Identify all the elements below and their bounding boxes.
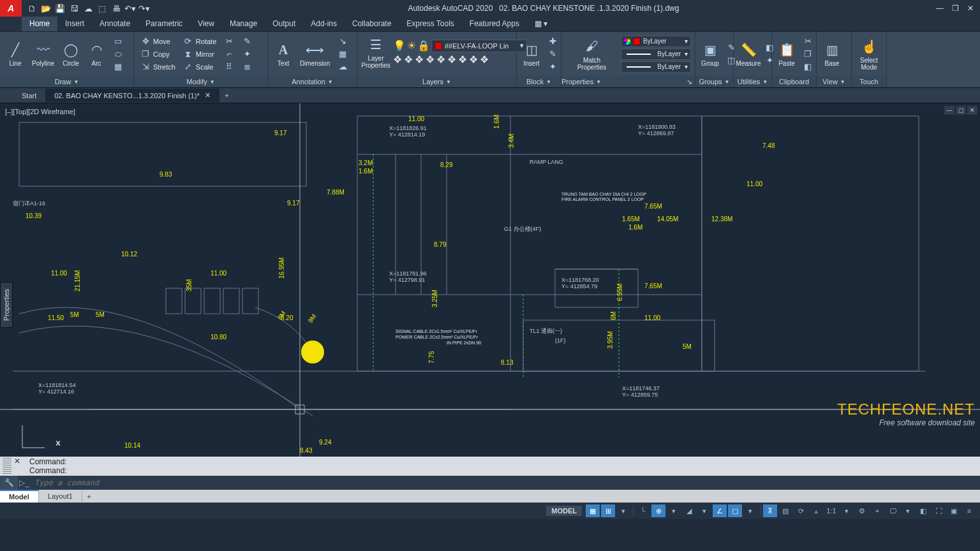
layer-tool6-icon[interactable]: ❖ (447, 54, 456, 66)
open-icon[interactable]: 📂 (40, 2, 52, 15)
mirror-button[interactable]: ⧗Mirror (181, 48, 219, 61)
polar-menu-icon[interactable]: ▾ (667, 504, 681, 517)
tab-output[interactable]: Output (265, 17, 303, 31)
match-properties-button[interactable]: 🖌Match Properties (565, 36, 618, 72)
panel-block-title[interactable]: Block▼ (517, 76, 561, 87)
erase-icon[interactable]: ✎ (239, 35, 255, 48)
panel-annotation-title[interactable]: Annotation▼ (268, 76, 357, 87)
tab-annotate[interactable]: Annotate (92, 17, 138, 31)
tab-addins[interactable]: Add-ins (303, 17, 345, 31)
tab-home[interactable]: Home (22, 17, 57, 31)
rectangle-icon[interactable]: ▭ (110, 35, 126, 48)
layer-tool7-icon[interactable]: ❖ (458, 54, 467, 66)
explode-icon[interactable]: ✦ (239, 48, 255, 61)
scale-label[interactable]: 1:1 (824, 504, 838, 517)
insert-block-button[interactable]: ◫Insert (521, 40, 542, 68)
layer-properties-button[interactable]: ☰Layer Properties (361, 34, 390, 70)
color-combo[interactable]: ByLayer▾ (621, 36, 691, 47)
isodraft-icon[interactable]: ◢ (682, 504, 696, 517)
copy-clip-icon[interactable]: ❐ (800, 48, 815, 61)
tab-collaborate[interactable]: Collaborate (345, 17, 399, 31)
panel-layers-title[interactable]: Layers▼ (357, 76, 516, 87)
cloud-open-icon[interactable]: ☁ (82, 2, 94, 15)
polar-icon[interactable]: ⊕ (651, 504, 665, 517)
snap-icon[interactable]: ⊞ (601, 504, 615, 517)
layer-tool1-icon[interactable]: ❖ (393, 54, 402, 66)
move-button[interactable]: ✥Move (138, 35, 178, 48)
file-tab-close-icon[interactable]: ✕ (205, 91, 211, 99)
tab-overflow-icon[interactable]: ▦ ▾ (527, 17, 555, 31)
otrack-icon[interactable]: ▢ (728, 504, 742, 517)
circle-button[interactable]: ◯Circle (59, 40, 82, 68)
cloud-icon[interactable]: ☁ (335, 61, 350, 73)
select-mode-button[interactable]: ☝Select Mode (856, 36, 882, 72)
saveas-icon[interactable]: 🖫 (68, 2, 80, 15)
layer-tool2-icon[interactable]: ❖ (404, 54, 413, 66)
copy-button[interactable]: ❐Copy (138, 48, 178, 61)
tab-featured[interactable]: Featured Apps (462, 17, 527, 31)
minimize-icon[interactable]: — (933, 2, 947, 15)
rotate-button[interactable]: ⟳Rotate (181, 35, 219, 48)
stretch-button[interactable]: ⇲Stretch (138, 61, 178, 73)
file-tab-drawing[interactable]: 02. BAO CHAY KENSTO...1.3.2020 Finish (1… (45, 89, 219, 102)
ortho-icon[interactable]: └ (636, 504, 650, 517)
block-attr-icon[interactable]: ✦ (545, 61, 560, 73)
snap-menu-icon[interactable]: ▾ (616, 504, 630, 517)
isolate-icon[interactable]: ◧ (916, 504, 930, 517)
tab-view[interactable]: View (190, 17, 222, 31)
table-icon[interactable]: ▦ (335, 48, 350, 61)
status-model-button[interactable]: MODEL (546, 506, 582, 516)
ellipse-icon[interactable]: ⬭ (110, 48, 126, 61)
customize-icon[interactable]: 🔧 (0, 478, 18, 487)
grid-icon[interactable]: ▦ (586, 504, 600, 517)
paste-button[interactable]: 📋Paste (776, 40, 798, 68)
redo-icon[interactable]: ↷▾ (138, 2, 151, 15)
measure-button[interactable]: 📏Measure (738, 40, 759, 68)
layer-tool4-icon[interactable]: ❖ (426, 54, 434, 66)
panel-view-title[interactable]: View▼ (817, 76, 851, 87)
hatch-icon[interactable]: ▦ (110, 61, 126, 73)
layer-lock-icon[interactable]: 🔒 (417, 40, 430, 52)
arc-button[interactable]: ◠Arc (85, 40, 108, 68)
osnap-icon[interactable]: ∠ (713, 504, 727, 517)
cycling-icon[interactable]: ⟳ (794, 504, 808, 517)
transparency-icon[interactable]: ▧ (778, 504, 792, 517)
layer-combo[interactable]: ##ELV-FA-LOOP Lin ▾ (431, 40, 527, 52)
drawing-canvas[interactable]: X 宿门详A1-16 G1 办公楼(4F) TL1 通廊(一) (1F) RAM… (0, 103, 980, 457)
app-logo[interactable]: A (0, 0, 22, 17)
lineweight-icon[interactable]: ⊼ (763, 504, 777, 517)
panel-draw-title[interactable]: Draw▼ (0, 76, 133, 87)
polyline-button[interactable]: 〰Polyline (29, 40, 57, 68)
layer-tool5-icon[interactable]: ❖ (436, 54, 445, 66)
leader-icon[interactable]: ↘ (335, 35, 350, 48)
layer-bulb-icon[interactable]: 💡 (393, 40, 406, 52)
base-view-button[interactable]: ▥Base (820, 40, 843, 68)
monitor-icon[interactable]: + (870, 504, 884, 517)
command-input[interactable] (31, 476, 980, 490)
text-button[interactable]: AText (272, 40, 295, 68)
cut-icon[interactable]: ✂ (800, 35, 815, 48)
file-tab-add-icon[interactable]: ＋ (219, 91, 235, 100)
cloud-save-icon[interactable]: ⬚ (96, 2, 108, 15)
layer-sun-icon[interactable]: ☀ (407, 40, 416, 52)
tab-insert[interactable]: Insert (57, 17, 92, 31)
line-button[interactable]: ╱Line (4, 40, 27, 68)
gear-icon[interactable]: ⚙ (855, 504, 869, 517)
layout-add-icon[interactable]: ＋ (82, 492, 96, 501)
custom-icon[interactable]: ≡ (962, 504, 976, 517)
fillet-icon[interactable]: ⌐ (221, 48, 237, 61)
block-edit-icon[interactable]: ✎ (545, 48, 560, 61)
isodraft-menu-icon[interactable]: ▾ (697, 504, 711, 517)
tab-parametric[interactable]: Parametric (138, 17, 190, 31)
block-create-icon[interactable]: ✚ (545, 35, 560, 48)
panel-groups-title[interactable]: Groups▼ (695, 76, 733, 87)
panel-utilities-title[interactable]: Utilities▼ (734, 76, 771, 87)
layer-tool9-icon[interactable]: ❖ (480, 54, 489, 66)
cleanscreen-icon[interactable]: ▣ (947, 504, 961, 517)
layout-tab-layout1[interactable]: Layout1 (39, 490, 82, 502)
panel-properties-title[interactable]: Properties▼↘ (561, 76, 695, 87)
tab-manage[interactable]: Manage (222, 17, 265, 31)
file-tab-start[interactable]: Start (13, 89, 45, 102)
layout-tab-model[interactable]: Model (0, 490, 39, 503)
otrack-menu-icon[interactable]: ▾ (743, 504, 757, 517)
